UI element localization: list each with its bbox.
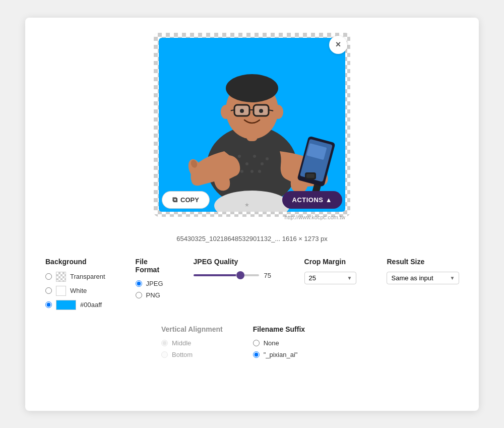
crop-margin-group: Crop Margin 25 0 5 10 15 20 30 40 50 ▼ (304, 258, 357, 284)
background-title: Background (45, 258, 105, 266)
file-info: 65430325_10218648532901132_... 1616 × 12… (176, 235, 328, 242)
copy-button[interactable]: ⧉ COPY (162, 191, 210, 209)
suffix-none-row[interactable]: None (253, 339, 305, 347)
svg-point-9 (266, 157, 269, 160)
jpeg-quality-group: JPEG Quality 75 (194, 258, 274, 279)
result-size-arrow-icon: ▼ (450, 275, 455, 281)
copy-icon: ⧉ (172, 196, 177, 204)
file-format-group: File Format JPEG PNG (136, 258, 163, 299)
background-color-radio[interactable] (45, 301, 52, 308)
jpeg-quality-value: 75 (264, 272, 274, 279)
filename-text: 65430325_10218648532901132_... 1616 × 12… (176, 235, 328, 242)
white-label: White (70, 287, 87, 294)
format-png-row[interactable]: PNG (136, 291, 163, 299)
image-preview-wrapper: ★ × ⧉ COPY ACTIONS ▲ http://www.kocpc.co… (154, 33, 350, 226)
valign-bottom-row: Bottom (161, 351, 223, 358)
slider-row: 75 (194, 272, 274, 279)
valign-bottom-radio (161, 351, 168, 358)
crop-margin-select[interactable]: 25 0 5 10 15 20 30 40 50 (309, 274, 344, 282)
main-container: ★ × ⧉ COPY ACTIONS ▲ http://www.kocpc.co… (25, 18, 479, 411)
format-png-radio[interactable] (136, 292, 142, 298)
svg-point-1 (238, 155, 241, 158)
actions-button[interactable]: ACTIONS ▲ (282, 191, 342, 209)
format-jpeg-radio[interactable] (136, 280, 142, 287)
jpeg-label: JPEG (146, 280, 163, 287)
suffix-pixian-radio[interactable] (253, 351, 260, 358)
valign-middle-radio (161, 340, 168, 346)
result-size-title: Result Size (387, 258, 459, 266)
filename-suffix-group: Filename Suffix None "_pixian_ai" (253, 325, 305, 358)
controls-row-1: Background Transparent White #00aaff (45, 258, 459, 310)
svg-point-6 (250, 170, 254, 173)
svg-point-5 (240, 170, 243, 173)
svg-point-2 (245, 162, 248, 165)
transparent-label: Transparent (70, 273, 105, 280)
suffix-pixian-row[interactable]: "_pixian_ai" (253, 351, 305, 358)
background-white-row[interactable]: White (45, 286, 105, 296)
result-size-group: Result Size Same as input Custom ▼ (387, 258, 459, 284)
close-icon: × (336, 39, 341, 50)
vertical-alignment-group: Vertical Alignment Middle Bottom (161, 325, 223, 358)
crop-margin-select-wrapper[interactable]: 25 0 5 10 15 20 30 40 50 ▼ (304, 272, 357, 284)
file-format-title: File Format (136, 258, 163, 274)
valign-middle-label: Middle (172, 339, 191, 347)
copy-label: COPY (180, 196, 199, 204)
color-label: #00aaff (80, 301, 102, 309)
result-size-select-wrapper[interactable]: Same as input Custom ▼ (387, 272, 459, 284)
vertical-alignment-title: Vertical Alignment (161, 325, 223, 333)
valign-bottom-label: Bottom (172, 351, 193, 358)
image-actions: ⧉ COPY ACTIONS ▲ (154, 191, 350, 209)
svg-point-22 (221, 105, 231, 119)
suffix-none-label: None (264, 339, 279, 347)
person-background: ★ (159, 38, 345, 212)
background-transparent-row[interactable]: Transparent (45, 272, 105, 282)
svg-point-3 (253, 155, 256, 158)
close-button[interactable]: × (329, 36, 347, 54)
crop-margin-title: Crop Margin (304, 258, 357, 266)
svg-rect-32 (306, 174, 314, 178)
valign-middle-row: Middle (161, 339, 223, 347)
transparent-icon (56, 272, 66, 282)
crop-margin-arrow-icon: ▼ (347, 275, 352, 281)
color-swatch[interactable] (56, 300, 76, 310)
background-white-radio[interactable] (45, 287, 52, 294)
background-color-row[interactable]: #00aaff (45, 300, 105, 310)
svg-point-4 (261, 162, 264, 165)
filename-suffix-title: Filename Suffix (253, 325, 305, 333)
controls-section: Background Transparent White #00aaff (45, 258, 459, 358)
controls-row-2: Vertical Alignment Middle Bottom Filenam… (45, 325, 459, 358)
actions-label: ACTIONS ▲ (292, 196, 332, 204)
image-preview: ★ × ⧉ COPY ACTIONS ▲ (154, 33, 350, 217)
background-group: Background Transparent White #00aaff (45, 258, 105, 310)
suffix-none-radio[interactable] (253, 340, 260, 346)
person-svg: ★ (159, 38, 345, 212)
jpeg-quality-title: JPEG Quality (194, 258, 274, 266)
background-transparent-radio[interactable] (45, 273, 52, 280)
suffix-pixian-label: "_pixian_ai" (264, 351, 298, 358)
jpeg-quality-slider[interactable] (194, 274, 259, 276)
png-label: PNG (146, 291, 160, 299)
result-size-select[interactable]: Same as input Custom (391, 274, 447, 282)
svg-point-23 (273, 105, 283, 119)
format-jpeg-row[interactable]: JPEG (136, 280, 163, 287)
svg-point-20 (240, 109, 244, 113)
svg-point-12 (226, 74, 278, 102)
svg-point-7 (258, 170, 261, 173)
white-icon (56, 286, 66, 296)
svg-point-21 (259, 109, 263, 113)
